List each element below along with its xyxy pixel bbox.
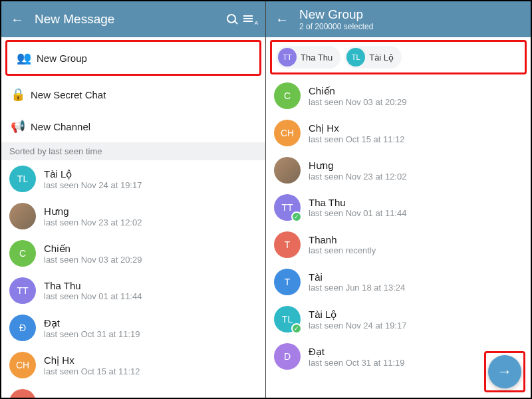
subtitle-text: 2 of 200000 selected <box>299 22 523 31</box>
contact-row[interactable]: CHChị Hxlast seen Oct 15 at 11:12 <box>1 346 265 384</box>
page-title: New Group 2 of 200000 selected <box>299 7 523 31</box>
contact-status: last seen Oct 15 at 11:12 <box>44 366 257 376</box>
avatar <box>274 157 301 184</box>
contact-status: last seen Oct 31 at 11:19 <box>44 329 257 339</box>
contact-info: Chiếnlast seen Nov 03 at 20:29 <box>309 85 523 107</box>
contact-name: Chiến <box>44 243 257 255</box>
avatar: C <box>9 240 36 267</box>
page-title: New Message <box>35 12 223 27</box>
avatar: CH <box>9 352 36 378</box>
menu-label: New Channel <box>31 121 90 132</box>
avatar: TL <box>9 166 36 192</box>
contact-name: Chiến <box>309 85 523 97</box>
contact-name: Tài Lộ <box>309 309 523 321</box>
group-icon: 👥 <box>17 51 37 65</box>
contact-row[interactable]: TThanhlast seen recently <box>266 226 531 263</box>
contact-info: Hưnglast seen Nov 23 at 12:02 <box>44 205 257 227</box>
avatar <box>9 203 36 229</box>
contact-list: CChiếnlast seen Nov 03 at 20:29CHChị Hxl… <box>266 77 531 398</box>
contact-status: last seen Nov 23 at 12:02 <box>309 172 523 182</box>
avatar: T <box>274 231 301 258</box>
contact-status: last seen Nov 23 at 12:02 <box>44 217 257 227</box>
contact-info: Tha Thulast seen Nov 01 at 11:44 <box>44 280 257 301</box>
contact-info: Tàilast seen Jun 18 at 13:24 <box>309 271 523 293</box>
contact-name: Hưng <box>309 160 523 172</box>
contact-status: last seen Nov 01 at 11:44 <box>309 208 523 218</box>
contact-name: Chị Hx <box>44 354 257 366</box>
contact-status: last seen Nov 24 at 19:17 <box>309 321 523 331</box>
menu-new-group[interactable]: 👥 New Group <box>7 42 259 74</box>
selected-chip[interactable]: TTTha Thu <box>276 46 340 68</box>
contact-row[interactable]: TTTha Thulast seen Nov 01 at 11:44 <box>1 272 265 309</box>
contact-info: Tha Thulast seen Nov 01 at 11:44 <box>309 197 523 218</box>
contact-info: Chiếnlast seen Nov 03 at 20:29 <box>44 243 257 265</box>
contact-status: last seen Nov 03 at 20:29 <box>309 97 523 107</box>
contact-row[interactable]: TTàilast seen Jun 18 at 13:24 <box>266 263 531 301</box>
contact-row[interactable]: TT✓Tha Thulast seen Nov 01 at 11:44 <box>266 189 531 226</box>
highlight-new-group: 👥 New Group <box>5 40 261 76</box>
contact-name: Thanh <box>309 234 523 245</box>
contact-row[interactable]: Tài <box>1 384 265 398</box>
contact-info: Tài Lộlast seen Nov 24 at 19:17 <box>44 168 257 190</box>
avatar: Đ <box>9 315 36 341</box>
contact-row[interactable]: CChiếnlast seen Nov 03 at 20:29 <box>266 77 531 114</box>
sort-icon[interactable] <box>240 13 257 27</box>
arrow-right-icon: → <box>497 363 512 380</box>
contact-row[interactable]: Hưnglast seen Nov 23 at 12:02 <box>266 152 531 189</box>
contact-status: last seen Nov 24 at 19:17 <box>44 180 257 190</box>
contact-row[interactable]: Hưnglast seen Nov 23 at 12:02 <box>1 198 265 235</box>
menu-label: New Secret Chat <box>31 89 106 100</box>
menu-new-channel[interactable]: 📢 New Channel <box>1 110 265 142</box>
avatar: TL✓ <box>274 306 301 332</box>
avatar <box>9 389 36 398</box>
new-group-screen: ← New Group 2 of 200000 selected TTTha T… <box>266 1 531 398</box>
contact-list: TLTài Lộlast seen Nov 24 at 19:17Hưnglas… <box>1 160 265 398</box>
check-icon: ✓ <box>291 211 302 222</box>
next-button[interactable]: → <box>488 355 521 388</box>
avatar: CH <box>274 120 301 146</box>
selected-chips: TTTha ThuTLTài Lộ <box>272 42 525 72</box>
contact-name: Tài <box>44 397 257 398</box>
header: ← New Group 2 of 200000 selected <box>266 1 531 37</box>
contact-name: Tha Thu <box>309 197 523 208</box>
contact-info: Thanhlast seen recently <box>309 234 523 255</box>
contact-name: Đạt <box>44 317 257 329</box>
avatar: C <box>274 82 301 109</box>
contact-row[interactable]: TLTài Lộlast seen Nov 24 at 19:17 <box>1 160 265 198</box>
contact-row[interactable]: ĐĐạtlast seen Oct 31 at 11:19 <box>1 309 265 346</box>
contact-name: Tài Lộ <box>44 168 257 180</box>
avatar: T <box>274 269 301 295</box>
contact-name: Hưng <box>44 205 257 217</box>
contact-info: Chị Hxlast seen Oct 15 at 11:12 <box>44 354 257 376</box>
chip-avatar: TL <box>346 48 365 66</box>
header: ← New Message <box>1 1 265 37</box>
chip-label: Tha Thu <box>301 53 332 63</box>
menu-label: New Group <box>37 53 87 64</box>
contact-name: Tài <box>309 271 523 283</box>
contact-info: Đạtlast seen Oct 31 at 11:19 <box>44 317 257 339</box>
back-icon[interactable]: ← <box>9 12 25 27</box>
contact-info: Tài Lộlast seen Nov 24 at 19:17 <box>309 309 523 331</box>
chip-label: Tài Lộ <box>369 53 394 63</box>
avatar: TT <box>9 277 36 304</box>
new-message-screen: ← New Message 👥 New Group 🔒 New Secret C… <box>1 1 266 398</box>
title-text: New Message <box>35 12 223 27</box>
search-icon[interactable] <box>223 13 240 27</box>
avatar: TT✓ <box>274 194 301 221</box>
contact-status: last seen Nov 03 at 20:29 <box>44 255 257 265</box>
contact-status: last seen Nov 01 at 11:44 <box>44 291 257 301</box>
contact-status: last seen Oct 15 at 11:12 <box>309 134 523 144</box>
menu-new-secret-chat[interactable]: 🔒 New Secret Chat <box>1 78 265 110</box>
contact-row[interactable]: CHChị Hxlast seen Oct 15 at 11:12 <box>266 114 531 152</box>
back-icon[interactable]: ← <box>274 12 290 27</box>
title-text: New Group <box>299 7 523 22</box>
lock-icon: 🔒 <box>11 87 31 102</box>
contact-info: Hưnglast seen Nov 23 at 12:02 <box>309 160 523 182</box>
contact-status: last seen Jun 18 at 13:24 <box>309 283 523 293</box>
contact-status: last seen recently <box>309 245 523 255</box>
contact-name: Tha Thu <box>44 280 257 291</box>
selected-chip[interactable]: TLTài Lộ <box>344 46 402 68</box>
avatar: D <box>274 343 301 370</box>
contact-row[interactable]: TL✓Tài Lộlast seen Nov 24 at 19:17 <box>266 301 531 338</box>
contact-row[interactable]: CChiếnlast seen Nov 03 at 20:29 <box>1 235 265 272</box>
